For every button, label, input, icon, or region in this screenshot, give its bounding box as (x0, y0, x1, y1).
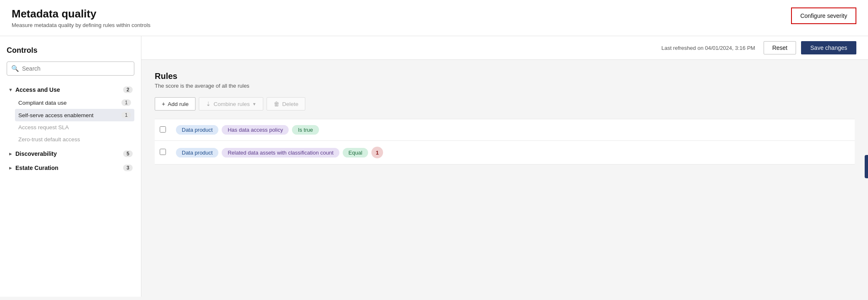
trash-icon: 🗑 (274, 101, 279, 107)
tag-has-data-access-policy: Has data access policy (222, 125, 289, 135)
nav-section-header-access-and-use[interactable]: ▼ Access and Use 2 (7, 84, 134, 96)
main-layout: Controls 🔍 ▼ Access and Use 2 Compliant … (0, 36, 868, 297)
tag-data-product: Data product (176, 125, 218, 135)
search-input[interactable] (22, 65, 130, 72)
rule-checkbox[interactable] (160, 149, 166, 155)
rule-checkbox-cell (155, 119, 171, 141)
chevron-down-icon: ▼ (252, 102, 257, 106)
nav-item-label: Zero-trust default access (18, 136, 80, 143)
content-wrapper: Last refreshed on 04/01/2024, 3:16 PM Re… (141, 36, 868, 297)
combine-rules-button[interactable]: ⇣ Combine rules ▼ (199, 97, 263, 111)
sidebar: Controls 🔍 ▼ Access and Use 2 Compliant … (0, 36, 141, 297)
rule-checkbox-cell (155, 141, 171, 165)
nav-section-discoverability: ► Discoverability 5 (7, 148, 134, 160)
last-refreshed-label: Last refreshed on 04/01/2024, 3:16 PM (661, 45, 755, 51)
rules-subtitle: The score is the average of all the rule… (155, 83, 855, 89)
page-title: Metadata quality (12, 7, 151, 20)
nav-sub-items-access: Compliant data use 1 Self-serve access e… (7, 96, 134, 145)
plus-icon: + (162, 101, 165, 107)
table-row: Data product Related data assets with cl… (155, 141, 855, 165)
combine-rules-label: Combine rules (213, 101, 250, 107)
add-rule-label: Add rule (168, 101, 188, 107)
chevron-right-icon: ► (8, 165, 13, 170)
sidebar-item-self-serve-access[interactable]: Self-serve access enablement 1 (15, 109, 134, 121)
nav-item-badge: 1 (121, 112, 131, 118)
header-text-group: Metadata quality Measure metadata qualit… (12, 7, 151, 28)
rule-tags-cell: Data product Has data access policy Is t… (171, 119, 855, 141)
search-icon: 🔍 (11, 65, 19, 72)
tag-is-true: Is true (292, 125, 319, 135)
delete-button[interactable]: 🗑 Delete (267, 97, 305, 111)
sidebar-item-compliant-data-use[interactable]: Compliant data use 1 (15, 96, 134, 109)
nav-section-badge: 2 (123, 86, 133, 93)
page-subtitle: Measure metadata quality by defining rul… (12, 22, 151, 28)
tag-related-data-assets: Related data assets with classification … (222, 148, 339, 157)
nav-item-label: Compliant data use (18, 100, 67, 106)
nav-section-badge: 5 (123, 150, 133, 157)
rule-checkbox[interactable] (160, 126, 166, 133)
tag-number-value: 1 (371, 147, 383, 158)
search-container: 🔍 (7, 61, 134, 76)
sidebar-title: Controls (7, 46, 134, 55)
delete-label: Delete (282, 101, 298, 107)
nav-section-label: Access and Use (15, 86, 60, 93)
combine-icon: ⇣ (206, 101, 211, 107)
configure-severity-button[interactable]: Configure severity (791, 7, 856, 24)
sidebar-item-zero-trust: Zero-trust default access (15, 133, 134, 145)
save-changes-button[interactable]: Save changes (801, 41, 856, 54)
sidebar-item-access-request-sla: Access request SLA (15, 121, 134, 133)
chevron-down-icon: ▼ (8, 87, 13, 92)
reset-button[interactable]: Reset (764, 41, 796, 54)
rule-tag-group: Data product Related data assets with cl… (176, 147, 850, 158)
content-area: Rules The score is the average of all th… (141, 60, 868, 297)
nav-item-label: Access request SLA (18, 124, 69, 130)
rules-toolbar: + Add rule ⇣ Combine rules ▼ 🗑 Delete (155, 97, 855, 111)
page-header: Metadata quality Measure metadata qualit… (0, 0, 868, 36)
nav-section-badge: 3 (123, 165, 133, 171)
nav-section-label: Estate Curation (15, 165, 58, 171)
right-panel-indicator (865, 155, 868, 178)
rules-table: Data product Has data access policy Is t… (155, 119, 855, 165)
add-rule-button[interactable]: + Add rule (155, 97, 195, 111)
nav-section-label: Discoverability (15, 150, 57, 157)
chevron-right-icon: ► (8, 151, 13, 156)
tag-equal: Equal (343, 148, 368, 157)
nav-section-access-and-use: ▼ Access and Use 2 Compliant data use 1 … (7, 84, 134, 145)
rules-section: Rules The score is the average of all th… (141, 60, 868, 176)
nav-item-badge: 1 (121, 99, 131, 106)
nav-item-label: Self-serve access enablement (18, 112, 94, 118)
rules-title: Rules (155, 71, 855, 81)
nav-section-estate-curation: ► Estate Curation 3 (7, 162, 134, 174)
nav-section-header-discoverability[interactable]: ► Discoverability 5 (7, 148, 134, 160)
table-row: Data product Has data access policy Is t… (155, 119, 855, 141)
rule-tag-group: Data product Has data access policy Is t… (176, 125, 850, 135)
top-bar: Last refreshed on 04/01/2024, 3:16 PM Re… (141, 36, 868, 60)
tag-data-product: Data product (176, 148, 218, 157)
rule-tags-cell: Data product Related data assets with cl… (171, 141, 855, 165)
nav-section-header-estate-curation[interactable]: ► Estate Curation 3 (7, 162, 134, 174)
